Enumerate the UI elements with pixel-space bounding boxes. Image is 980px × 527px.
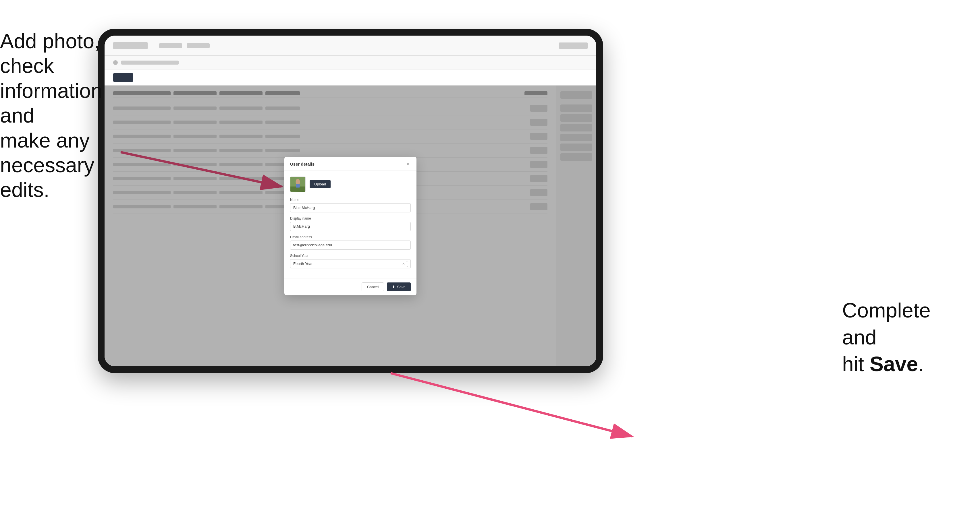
select-clear-icon[interactable]: × — [402, 262, 405, 266]
modal-close-button[interactable]: × — [405, 161, 411, 167]
display-name-label: Display name — [290, 216, 411, 221]
nav-item-admin[interactable] — [187, 43, 210, 48]
app-nav — [159, 43, 210, 48]
annotation-right: Complete and hit Save. — [842, 297, 963, 378]
toolbar — [105, 70, 596, 86]
school-year-select[interactable]: First Year Second Year Third Year Fourth… — [290, 259, 411, 268]
save-button[interactable]: ⬆ Save — [387, 283, 411, 291]
svg-rect-3 — [296, 184, 299, 187]
school-year-form-group: School Year First Year Second Year Third… — [290, 254, 411, 268]
modal-header: User details × — [284, 157, 417, 171]
modal-overlay: User details × — [105, 86, 596, 366]
save-icon: ⬆ — [392, 285, 395, 289]
toolbar-button[interactable] — [113, 73, 133, 82]
email-input[interactable] — [290, 241, 411, 250]
name-input[interactable] — [290, 203, 411, 213]
name-label: Name — [290, 198, 411, 202]
user-details-modal: User details × — [284, 157, 417, 295]
name-form-group: Name — [290, 198, 411, 213]
photo-image — [290, 177, 305, 192]
user-photo-thumbnail — [290, 176, 305, 192]
tablet-screen: User details × — [105, 36, 596, 366]
upload-photo-button[interactable]: Upload — [310, 180, 331, 188]
school-year-select-wrapper: First Year Second Year Third Year Fourth… — [290, 259, 411, 268]
select-caret-icon[interactable]: ⌃⌄ — [406, 260, 409, 268]
email-label: Email address — [290, 235, 411, 239]
school-year-label: School Year — [290, 254, 411, 258]
tablet-device: User details × — [98, 29, 603, 373]
nav-item-communities[interactable] — [159, 43, 182, 48]
save-label: Save — [397, 285, 406, 289]
app-header-right — [559, 43, 588, 49]
svg-line-8 — [391, 373, 632, 436]
svg-point-4 — [296, 179, 299, 182]
modal-body: Upload Name Display name — [284, 171, 417, 278]
display-name-input[interactable] — [290, 222, 411, 231]
breadcrumb-icon — [113, 60, 118, 65]
breadcrumb-text — [121, 60, 179, 65]
modal-title: User details — [290, 162, 315, 167]
cancel-button[interactable]: Cancel — [362, 283, 384, 291]
modal-footer: Cancel ⬆ Save — [284, 278, 417, 295]
breadcrumb — [105, 56, 596, 70]
select-icons: × ⌃⌄ — [402, 260, 409, 268]
annotation-left: Add photo, check information and make an… — [0, 29, 103, 202]
content-area: User details × — [105, 86, 596, 366]
email-form-group: Email address — [290, 235, 411, 250]
app-logo — [113, 42, 148, 49]
header-btn — [559, 43, 588, 49]
display-name-form-group: Display name — [290, 216, 411, 231]
photo-section: Upload — [290, 176, 411, 192]
app-header — [105, 36, 596, 56]
